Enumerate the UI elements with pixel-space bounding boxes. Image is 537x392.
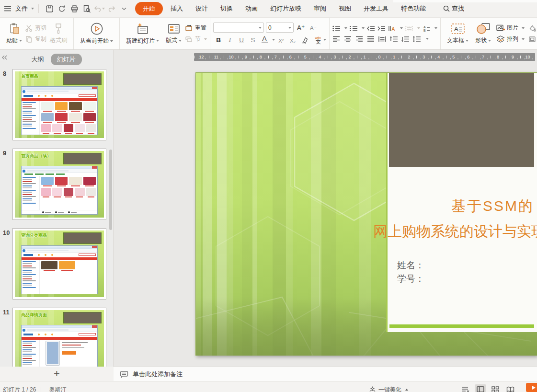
theme-name[interactable]: 奥斯汀 (42, 386, 73, 392)
text-direction-icon[interactable]: A (388, 25, 396, 32)
reset-label: 重置 (195, 24, 206, 32)
ruler-number: 11 (209, 53, 224, 61)
menu-tab-插入[interactable]: 插入 (164, 2, 189, 15)
ruler-number: 4 (313, 53, 328, 61)
menu-tab-开始[interactable]: 开始 (135, 2, 163, 15)
hamburger-icon[interactable] (4, 5, 11, 12)
slide-canvas[interactable]: 基于SSM的 网上购物系统的设计与实现 姓名： 学号： (195, 72, 537, 356)
align-center-icon[interactable] (344, 35, 352, 43)
numbered-list-icon[interactable] (350, 25, 358, 32)
distribute-icon[interactable] (378, 35, 387, 43)
menu-tab-特色功能[interactable]: 特色功能 (395, 2, 432, 15)
font-name-select[interactable] (213, 23, 264, 33)
line-spacing-icon[interactable] (413, 35, 421, 43)
row-spacing-up-icon[interactable] (390, 35, 398, 43)
menu-tab-视图[interactable]: 视图 (332, 2, 357, 15)
bold-button[interactable]: B (213, 35, 224, 45)
menu-tab-幻灯片放映[interactable]: 幻灯片放映 (264, 2, 308, 15)
horizontal-ruler[interactable]: 121110987654321012345678910 (194, 53, 535, 61)
strikethrough-button[interactable]: S (248, 35, 258, 45)
shapes-button[interactable]: 形状 (472, 19, 494, 48)
undo-icon[interactable] (93, 3, 105, 14)
print-icon[interactable] (69, 3, 80, 14)
beautify-button[interactable]: 一键美化 (369, 384, 408, 392)
menu-tab-审阅[interactable]: 审阅 (308, 2, 332, 15)
align-right-icon[interactable] (355, 35, 364, 43)
menu-tab-开发工具[interactable]: 开发工具 (357, 2, 395, 15)
increase-indent-icon[interactable] (377, 25, 386, 32)
menu-tab-动画[interactable]: 动画 (239, 2, 264, 15)
reset-button[interactable]: 重置 (185, 24, 207, 32)
play-from-current-button[interactable]: 从当前开始 (77, 19, 116, 48)
tab-outline[interactable]: 大纲 (32, 55, 44, 64)
phonetic-char: 文 (316, 40, 321, 44)
font-color-button[interactable]: A (259, 35, 270, 45)
picture-button[interactable]: 图片 (496, 24, 525, 32)
increase-font-icon[interactable]: A⁺ (296, 23, 306, 33)
cut-button[interactable]: 剪切 (25, 24, 46, 32)
collapse-icon[interactable] (1, 55, 7, 60)
slideshow-button[interactable] (526, 383, 537, 392)
notes-bar[interactable]: 单击此处添加备注 (114, 367, 537, 381)
notes-toggle-icon[interactable] (460, 384, 471, 392)
slide-sorter-icon[interactable] (490, 384, 501, 392)
outline-button[interactable]: 轮 (528, 35, 537, 43)
new-slide-button[interactable]: 新建幻灯片 (123, 19, 162, 48)
title-line-2: 网上购物系统的设计与实现 (373, 219, 534, 244)
reading-view-icon[interactable] (504, 384, 516, 392)
add-slide-button[interactable]: + (49, 369, 65, 379)
text-box-style-icon[interactable] (405, 25, 413, 32)
italic-button[interactable]: I (225, 35, 235, 45)
phonetic-guide-button[interactable]: wén 文 (310, 35, 321, 45)
redo-icon[interactable] (106, 3, 117, 14)
ruler-number: 6 (461, 53, 476, 61)
underline-button[interactable]: U (236, 35, 247, 45)
save-icon[interactable] (44, 3, 55, 14)
tab-slides[interactable]: 幻灯片 (51, 54, 82, 65)
slide-thumbnail-9[interactable]: 9首页商品（续） (12, 149, 106, 220)
search-control[interactable]: 查找 (443, 4, 464, 13)
slide-thumbnail-11[interactable]: 11商品详情页面 (12, 308, 106, 367)
phonetic-arrow[interactable] (323, 39, 326, 41)
bullet-list-icon[interactable] (332, 25, 341, 32)
section-button[interactable]: 节 (185, 35, 207, 43)
superscript-button[interactable]: X² (276, 35, 286, 45)
slide-number: 9 (3, 150, 6, 157)
copy-button[interactable]: 复制 (25, 35, 46, 43)
cut-label: 剪切 (35, 24, 46, 32)
slide-thumbnail-8[interactable]: 8首页商品 (12, 69, 106, 140)
menu-tab-切换[interactable]: 切换 (214, 2, 239, 15)
slide-title[interactable]: 基于SSM的 网上购物系统的设计与实现 (373, 193, 534, 244)
brown-image-placeholder[interactable] (389, 73, 534, 167)
subscript-button[interactable]: X₂ (287, 35, 298, 45)
layout-button[interactable]: 版式 (162, 19, 185, 48)
decrease-indent-icon[interactable] (367, 25, 375, 32)
decrease-font-icon[interactable]: A⁻ (308, 23, 319, 33)
fill-button[interactable]: 填 (528, 24, 537, 32)
format-painter-button[interactable]: 格式刷 (46, 19, 70, 48)
align-left-icon[interactable] (332, 35, 341, 43)
font-color-glyph: A (262, 36, 266, 41)
author-block[interactable]: 姓名： 学号： (397, 259, 424, 286)
clear-format-icon[interactable] (299, 35, 309, 45)
customize-toolbar-icon[interactable] (118, 3, 130, 14)
char-style-icon[interactable]: AB (423, 25, 431, 32)
play-from-current-label: 从当前开始 (80, 37, 109, 45)
paste-button[interactable]: 粘贴 (3, 19, 25, 48)
file-menu[interactable]: 文件 (15, 4, 34, 13)
font-color-arrow[interactable] (272, 39, 275, 41)
sidebar-scrollbar[interactable] (109, 150, 112, 230)
beautify-icon (369, 386, 376, 392)
normal-view-icon[interactable] (475, 384, 486, 392)
justify-icon[interactable] (367, 35, 375, 43)
textbox-button[interactable]: A 文本框 (444, 19, 472, 48)
slide-thumbnail-10[interactable]: 10查询分类商品 (12, 228, 106, 300)
export-icon[interactable] (56, 3, 68, 14)
menu-tab-设计[interactable]: 设计 (189, 2, 214, 15)
slide-number: 10 (3, 229, 10, 236)
menu-tab-strip: 开始插入设计切换动画幻灯片放映审阅视图开发工具特色功能 (135, 2, 432, 15)
row-spacing-down-icon[interactable] (401, 35, 410, 43)
arrange-button[interactable]: 排列 (496, 35, 525, 43)
font-size-select[interactable]: 0 (266, 23, 294, 33)
print-preview-icon[interactable] (81, 3, 92, 14)
